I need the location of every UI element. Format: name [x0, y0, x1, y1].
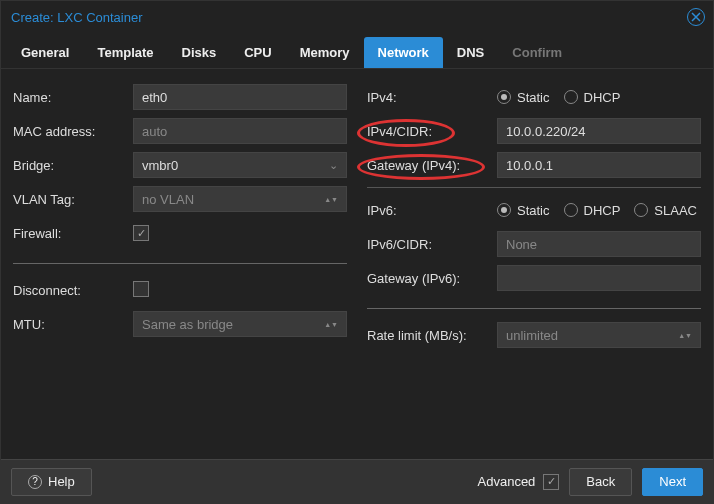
label-firewall: Firewall: — [13, 226, 133, 241]
left-column: Name: MAC address: Bridge: vmbr0 ⌄ VLAN … — [13, 83, 347, 451]
label-bridge: Bridge: — [13, 158, 133, 173]
vlan-placeholder: no VLAN — [142, 192, 194, 207]
wizard-tabs: General Template Disks CPU Memory Networ… — [1, 33, 713, 69]
spinner-icon: ▲▼ — [324, 321, 338, 328]
gw4-input[interactable] — [497, 152, 701, 178]
tab-confirm: Confirm — [498, 37, 576, 68]
advanced-toggle[interactable]: Advanced ✓ — [478, 474, 560, 490]
label-gw4: Gateway (IPv4): — [367, 158, 497, 173]
mtu-field[interactable]: Same as bridge ▲▼ — [133, 311, 347, 337]
disconnect-checkbox[interactable] — [133, 281, 149, 297]
form-body: Name: MAC address: Bridge: vmbr0 ⌄ VLAN … — [1, 69, 713, 459]
close-icon[interactable] — [687, 8, 705, 26]
tab-memory[interactable]: Memory — [286, 37, 364, 68]
ipv6-static-radio[interactable]: Static — [497, 203, 550, 218]
tab-disks[interactable]: Disks — [168, 37, 231, 68]
back-button[interactable]: Back — [569, 468, 632, 496]
label-mac: MAC address: — [13, 124, 133, 139]
label-ipv4cidr: IPv4/CIDR: — [367, 124, 497, 139]
right-column: IPv4: Static DHCP IPv4/CIDR: Gateway (IP… — [367, 83, 701, 451]
advanced-checkbox[interactable]: ✓ — [543, 474, 559, 490]
spinner-icon: ▲▼ — [678, 332, 692, 339]
mac-input[interactable] — [133, 118, 347, 144]
ipv4-mode-group: Static DHCP — [497, 90, 701, 105]
gw6-input[interactable] — [497, 265, 701, 291]
label-gw6: Gateway (IPv6): — [367, 271, 497, 286]
chevron-down-icon: ⌄ — [329, 159, 338, 172]
tab-dns[interactable]: DNS — [443, 37, 498, 68]
tab-network[interactable]: Network — [364, 37, 443, 68]
rate-placeholder: unlimited — [506, 328, 558, 343]
firewall-checkbox[interactable]: ✓ — [133, 225, 149, 241]
window-title: Create: LXC Container — [11, 10, 143, 25]
help-button[interactable]: ? Help — [11, 468, 92, 496]
tab-cpu[interactable]: CPU — [230, 37, 285, 68]
help-icon: ? — [28, 475, 42, 489]
dialog-footer: ? Help Advanced ✓ Back Next — [1, 459, 713, 503]
mtu-placeholder: Same as bridge — [142, 317, 233, 332]
name-input[interactable] — [133, 84, 347, 110]
ipv6-mode-group: Static DHCP SLAAC — [497, 203, 701, 218]
tab-general[interactable]: General — [7, 37, 83, 68]
label-name: Name: — [13, 90, 133, 105]
rate-field[interactable]: unlimited ▲▼ — [497, 322, 701, 348]
dialog-create-lxc: Create: LXC Container General Template D… — [0, 0, 714, 504]
label-vlan: VLAN Tag: — [13, 192, 133, 207]
titlebar: Create: LXC Container — [1, 1, 713, 33]
spinner-icon: ▲▼ — [324, 196, 338, 203]
next-button[interactable]: Next — [642, 468, 703, 496]
divider-ipv — [367, 187, 701, 188]
ipv6cidr-input[interactable] — [497, 231, 701, 257]
label-ipv4: IPv4: — [367, 90, 497, 105]
ipv4cidr-input[interactable] — [497, 118, 701, 144]
ipv4-dhcp-radio[interactable]: DHCP — [564, 90, 621, 105]
label-rate: Rate limit (MB/s): — [367, 328, 497, 343]
label-ipv6: IPv6: — [367, 203, 497, 218]
divider-left — [13, 263, 347, 264]
ipv4-static-radio[interactable]: Static — [497, 90, 550, 105]
bridge-value: vmbr0 — [142, 158, 178, 173]
bridge-select[interactable]: vmbr0 ⌄ — [133, 152, 347, 178]
divider-right — [367, 308, 701, 309]
vlan-field[interactable]: no VLAN ▲▼ — [133, 186, 347, 212]
ipv6-slaac-radio[interactable]: SLAAC — [634, 203, 697, 218]
label-disconnect: Disconnect: — [13, 283, 133, 298]
label-mtu: MTU: — [13, 317, 133, 332]
label-ipv6cidr: IPv6/CIDR: — [367, 237, 497, 252]
tab-template[interactable]: Template — [83, 37, 167, 68]
ipv6-dhcp-radio[interactable]: DHCP — [564, 203, 621, 218]
